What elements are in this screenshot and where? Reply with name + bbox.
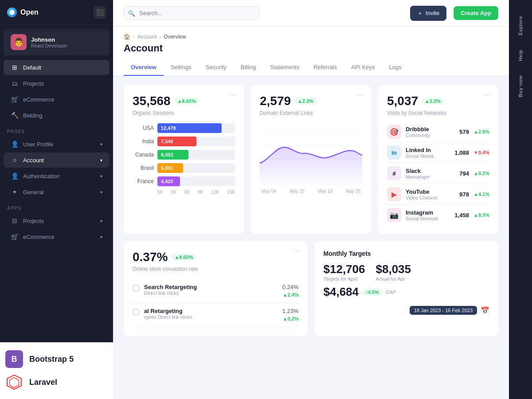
search-icon: 🔍 [128, 10, 135, 16]
dribbble-icon: 🎯 [387, 125, 401, 139]
conversion-label: Online store convertion rate [133, 266, 299, 272]
sidebar-item-general[interactable]: ✦ General ▾ [4, 184, 110, 200]
monthly-targets-card: Monthly Targets $12,706 Targets for Apri… [315, 241, 499, 336]
actual-label: Actual for Apr [376, 276, 411, 282]
create-app-button[interactable]: Create App [454, 6, 498, 20]
svg-marker-2 [10, 378, 19, 387]
conversion-badge: ▲8.02% [171, 254, 196, 261]
folder-icon: 🗂 [11, 80, 19, 87]
sidebar-item-authentication[interactable]: 👤 Authentication ▾ [4, 168, 110, 184]
sidebar-item-projects[interactable]: 🗂 Projects [4, 76, 110, 91]
monthly-target-value: $12,706 Targets for April [324, 262, 365, 282]
monthly-actual-value: $8,035 Actual for Apr [376, 262, 411, 282]
tab-billing[interactable]: Billing [234, 59, 263, 76]
tab-security[interactable]: Security [199, 59, 234, 76]
invite-label: Invite [426, 10, 439, 16]
right-panel: Explore Help Buy now [509, 0, 532, 399]
organic-sessions-card: ··· 35,568 ▲8.02% Organic Sessions USA 1… [124, 85, 244, 234]
social-networks-card: ··· 5,037 ▲2.2% Visits by Social Network… [378, 85, 498, 234]
topbar: 🔍 ＋ Invite Create App [113, 0, 509, 27]
social-badge: ▲2.2% [422, 98, 444, 105]
tab-logs[interactable]: Logs [382, 59, 408, 76]
sidebar-item-bidding[interactable]: 🔨 Bidding [4, 108, 110, 123]
page-header: 🏠 › Account › Overview Account Overview … [113, 27, 509, 76]
profile-role: React Developer [31, 43, 67, 48]
card-menu-icon[interactable]: ··· [293, 247, 301, 255]
cart-sm-icon: 🛒 [11, 233, 19, 240]
bootstrap-icon: B [5, 350, 23, 368]
grid-icon: ⊞ [11, 64, 19, 71]
bootstrap-label: Bootstrap 5 [29, 355, 74, 364]
line-chart: May 04 May 10 May 18 May 26 [260, 123, 362, 194]
cart-icon: 🛒 [11, 96, 19, 103]
bottom-row: ··· 0.37% ▲8.02% Online store convertion… [124, 241, 498, 336]
avatar: 👨 [11, 34, 27, 50]
gap-label: GAP [386, 289, 396, 295]
user-icon: 👤 [11, 141, 19, 148]
linkedin-icon: in [387, 145, 401, 160]
home-icon: 🏠 [124, 34, 130, 40]
user-profile-card: 👨 Johnson React Developer [4, 29, 110, 55]
sidebar-item-label: User Profile [23, 141, 53, 148]
grid-sm-icon: ⊟ [11, 217, 19, 224]
card-menu-icon[interactable]: ··· [356, 91, 365, 99]
explore-tab[interactable]: Explore [514, 9, 527, 43]
sidebar-item-label: eCommerce [23, 96, 55, 103]
star-icon: ✦ [11, 188, 19, 196]
content-area: ··· 35,568 ▲8.02% Organic Sessions USA 1… [113, 76, 509, 399]
retargeting-list: Search Retargeting Direct link clicks 0.… [133, 279, 299, 327]
sidebar-item-default[interactable]: ⊞ Default [4, 60, 110, 75]
targets-label: Targets for April [324, 276, 365, 282]
sidebar: Open ⬛ 👨 Johnson React Developer ⊞ Defau… [0, 0, 113, 399]
social-item-instagram: 📷 Instagram Social Network 1,458 ▲8.3% [387, 205, 489, 225]
search-input[interactable] [124, 6, 260, 20]
main-nav: ⊞ Default 🗂 Projects 🛒 eCommerce 🔨 Biddi… [0, 59, 113, 124]
bar-india: India 7,546 [133, 137, 235, 146]
bar-usa: USA 12,478 [133, 123, 235, 133]
tab-referrals[interactable]: Referrals [306, 59, 344, 76]
domain-links-card: ··· 2,579 ▲2.2% Domain External Links [251, 85, 371, 234]
laravel-banner: Laravel [5, 373, 108, 391]
chevron-down-icon: ▾ [100, 235, 102, 239]
help-tab[interactable]: Help [514, 43, 527, 68]
pages-nav: 👤 User Profile ▾ ○ Account ▾ 👤 Authentic… [0, 136, 113, 200]
slack-icon: # [387, 166, 401, 180]
sidebar-item-user-profile[interactable]: 👤 User Profile ▾ [4, 137, 110, 152]
app-logo: Open [7, 8, 39, 17]
targets-amount: $12,706 [324, 262, 365, 276]
organic-label: Organic Sessions [133, 110, 235, 116]
bar-brasil: Brasil 5,041 [133, 163, 235, 173]
sidebar-item-ecommerce[interactable]: 🛒 eCommerce [4, 92, 110, 107]
calendar-icon[interactable]: 📅 [481, 306, 489, 315]
card-menu-icon[interactable]: ··· [229, 91, 238, 99]
chevron-down-icon: ▾ [100, 174, 102, 179]
monthly-gap: $4,684 ↑4.5% GAP [324, 285, 490, 299]
page-title: Account [124, 43, 498, 54]
tab-settings[interactable]: Settings [164, 59, 199, 76]
circle-icon: ○ [11, 156, 19, 164]
tab-statements[interactable]: Statements [263, 59, 306, 76]
tab-api-keys[interactable]: API Keys [344, 59, 382, 76]
sidebar-item-label: Authentication [23, 173, 59, 180]
laravel-icon [5, 373, 23, 391]
sidebar-item-apps-projects[interactable]: ⊟ Projects ▾ [4, 213, 110, 228]
date-range: 18 Jan 2023 - 16 Feb 2023 📅 [324, 306, 490, 315]
page-tabs: Overview Settings Security Billing State… [124, 59, 498, 76]
tab-overview[interactable]: Overview [124, 59, 164, 76]
sidebar-item-account[interactable]: ○ Account ▾ [4, 153, 110, 168]
chart-icon[interactable]: ⬛ [94, 6, 106, 19]
youtube-icon: ▶ [387, 187, 401, 201]
pages-section-label: PAGES [0, 124, 113, 136]
buy-now-tab[interactable]: Buy now [514, 68, 527, 104]
social-value: 5,037 ▲2.2% [387, 94, 489, 108]
sidebar-item-apps-ecommerce[interactable]: 🛒 eCommerce ▾ [4, 229, 110, 244]
apps-section-label: APPS [0, 200, 113, 212]
card-menu-icon[interactable]: ··· [484, 91, 492, 99]
social-item-linkedin: in Linked In Social Media 1,088 ▼0.4% [387, 142, 489, 163]
app-name: Open [20, 8, 39, 16]
sidebar-item-label: Account [23, 157, 44, 164]
actual-amount: $8,035 [376, 262, 411, 276]
social-item-dribbble: 🎯 Dribbble Community 579 ▲2.6% [387, 121, 489, 142]
check-icon [133, 309, 140, 316]
invite-button[interactable]: ＋ Invite [410, 6, 446, 21]
